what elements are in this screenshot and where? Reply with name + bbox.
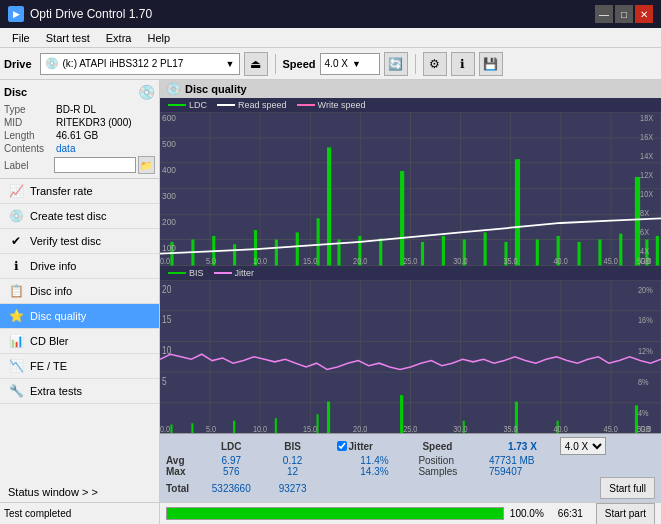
create-test-disc-icon: 💿 — [8, 209, 24, 223]
titlebar: ▶ Opti Drive Control 1.70 — □ ✕ — [0, 0, 661, 28]
nav-cd-bler[interactable]: 📊 CD Bler — [0, 329, 159, 354]
close-button[interactable]: ✕ — [635, 5, 653, 23]
nav-fe-te[interactable]: 📉 FE / TE — [0, 354, 159, 379]
svg-text:10: 10 — [162, 345, 171, 356]
svg-text:45.0: 45.0 — [604, 257, 619, 266]
nav-label-fe-te: FE / TE — [30, 360, 67, 372]
speed-value: 4.0 X — [325, 58, 348, 69]
total-label: Total — [166, 477, 196, 499]
nav-label-disc-info: Disc info — [30, 285, 72, 297]
svg-text:25.0: 25.0 — [403, 424, 418, 433]
svg-text:8%: 8% — [638, 377, 649, 387]
nav-label-transfer-rate: Transfer rate — [30, 185, 93, 197]
svg-rect-24 — [296, 232, 299, 265]
samples-label: Samples — [418, 466, 489, 477]
drive-dropdown-arrow: ▼ — [226, 59, 235, 69]
minimize-button[interactable]: — — [595, 5, 613, 23]
drive-toolbar: Drive 💿 (k:) ATAPI iHBS312 2 PL17 ▼ ⏏ Sp… — [0, 48, 661, 80]
menu-file[interactable]: File — [4, 30, 38, 46]
nav-verify-test-disc[interactable]: ✔ Verify test disc — [0, 229, 159, 254]
app-icon: ▶ — [8, 6, 24, 22]
nav-drive-info[interactable]: ℹ Drive info — [0, 254, 159, 279]
speed-dropdown-arrow: ▼ — [352, 59, 361, 69]
read-speed-legend-label: Read speed — [238, 100, 287, 110]
svg-text:300: 300 — [162, 191, 176, 202]
jitter-legend-color — [214, 272, 232, 274]
svg-text:40.0: 40.0 — [553, 257, 568, 266]
svg-text:600: 600 — [162, 113, 176, 124]
elapsed-time: 66:31 — [558, 508, 590, 519]
status-window-link[interactable]: Status window > > — [0, 482, 159, 502]
jitter-legend-label: Jitter — [235, 268, 255, 278]
chart2-section: BIS Jitter — [160, 266, 661, 434]
disc-quality-header-icon: 💿 — [166, 82, 181, 96]
drive-icon: 💿 — [45, 57, 59, 70]
speed-label: Speed — [283, 58, 316, 70]
read-speed-legend-item: Read speed — [217, 100, 287, 110]
svg-text:100: 100 — [162, 243, 176, 254]
total-bis: 93273 — [267, 477, 319, 499]
nav-disc-info[interactable]: 📋 Disc info — [0, 279, 159, 304]
nav-transfer-rate[interactable]: 📈 Transfer rate — [0, 179, 159, 204]
menu-help[interactable]: Help — [139, 30, 178, 46]
nav-create-test-disc[interactable]: 💿 Create test disc — [0, 204, 159, 229]
eject-button[interactable]: ⏏ — [244, 52, 268, 76]
svg-rect-40 — [598, 240, 601, 266]
svg-text:20.0: 20.0 — [353, 257, 368, 266]
position-value: 47731 MB — [489, 455, 655, 466]
svg-text:30.0: 30.0 — [453, 424, 468, 433]
label-input[interactable] — [54, 157, 136, 173]
maximize-button[interactable]: □ — [615, 5, 633, 23]
start-full-button[interactable]: Start full — [600, 477, 655, 499]
nav-extra-tests[interactable]: 🔧 Extra tests — [0, 379, 159, 404]
disc-quality-icon: ⭐ — [8, 309, 24, 323]
svg-text:5.0: 5.0 — [206, 257, 217, 266]
nav-label-drive-info: Drive info — [30, 260, 76, 272]
svg-rect-36 — [515, 159, 520, 265]
svg-rect-44 — [656, 236, 659, 266]
save-button[interactable]: 💾 — [479, 52, 503, 76]
label-browse-button[interactable]: 📁 — [138, 156, 155, 174]
drive-info-icon: ℹ — [8, 259, 24, 273]
nav-disc-quality[interactable]: ⭐ Disc quality — [0, 304, 159, 329]
total-ldc: 5323660 — [196, 477, 267, 499]
nav-label-verify-test-disc: Verify test disc — [30, 235, 101, 247]
svg-text:35.0: 35.0 — [503, 424, 518, 433]
position-label: Position — [418, 455, 489, 466]
bis-legend-color — [168, 272, 186, 274]
bis-legend-label: BIS — [189, 268, 204, 278]
start-part-button[interactable]: Start part — [596, 503, 655, 525]
read-speed-legend-color — [217, 104, 235, 106]
svg-rect-88 — [170, 424, 172, 433]
svg-text:200: 200 — [162, 217, 176, 228]
info-button[interactable]: ℹ — [451, 52, 475, 76]
nav-label-create-test-disc: Create test disc — [30, 210, 106, 222]
drive-label: Drive — [4, 58, 32, 70]
menu-extra[interactable]: Extra — [98, 30, 140, 46]
svg-rect-93 — [327, 401, 330, 433]
progress-bar-container — [166, 507, 504, 520]
svg-rect-26 — [327, 147, 331, 265]
disc-panel-title: Disc — [4, 86, 27, 98]
extra-tests-icon: 🔧 — [8, 384, 24, 398]
speed-combo[interactable]: 4.0 X — [560, 437, 606, 455]
sidebar: Disc 💿 Type BD-R DL MID RITEKDR3 (000) L… — [0, 80, 160, 502]
write-speed-legend-label: Write speed — [318, 100, 366, 110]
length-value: 46.61 GB — [56, 130, 98, 141]
settings-button[interactable]: ⚙ — [423, 52, 447, 76]
svg-rect-23 — [275, 240, 278, 266]
svg-text:6X: 6X — [640, 227, 650, 237]
refresh-button[interactable]: 🔄 — [384, 52, 408, 76]
svg-text:45.0: 45.0 — [604, 424, 619, 433]
jitter-checkbox[interactable] — [337, 441, 347, 451]
menu-start-test[interactable]: Start test — [38, 30, 98, 46]
svg-text:5: 5 — [162, 376, 167, 387]
svg-text:40.0: 40.0 — [553, 424, 568, 433]
ldc-legend-label: LDC — [189, 100, 207, 110]
svg-text:20.0: 20.0 — [353, 424, 368, 433]
svg-text:12%: 12% — [638, 346, 653, 356]
write-speed-legend-item: Write speed — [297, 100, 366, 110]
svg-text:18X: 18X — [640, 114, 654, 124]
bis-legend-item: BIS — [168, 268, 204, 278]
transfer-rate-icon: 📈 — [8, 184, 24, 198]
